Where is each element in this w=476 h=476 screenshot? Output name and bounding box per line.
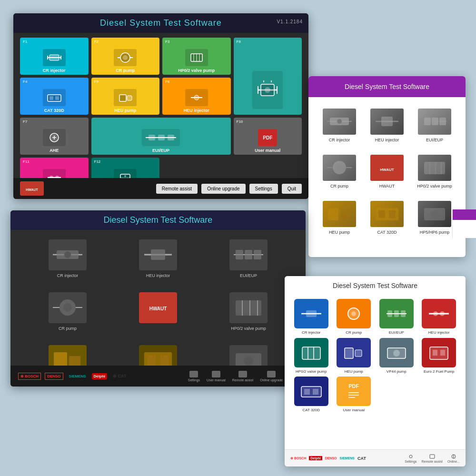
panel1-cell-cat320d[interactable]: F4 CAT 320D xyxy=(20,78,89,115)
p2-cell-eui-eup[interactable]: EUI/EUP xyxy=(413,105,456,146)
svg-rect-48 xyxy=(432,118,438,125)
p2-cat320d-img xyxy=(370,201,404,227)
panel1-footer: HWAUT Remote assist Online upgrade Setti… xyxy=(13,178,308,199)
p3-cell-eui-eup[interactable]: EUI/EUP xyxy=(206,235,291,283)
p3-cell-cr-injector[interactable]: CR injector xyxy=(25,235,110,283)
p4-remote-assist-btn[interactable]: Remote assist xyxy=(422,454,443,463)
fkey-f3: F3 xyxy=(165,40,169,44)
p4-label-euro2-fuel-pump: Euro 2 Fuel Pump xyxy=(424,369,454,374)
settings-button[interactable]: Settings xyxy=(249,184,278,194)
panel1-cell-eui-eup[interactable]: EUI/EUP xyxy=(91,118,231,155)
heu-pump-icon xyxy=(114,89,137,106)
p4-cell-hp02-pump[interactable]: HP0/2 valve pump xyxy=(291,338,331,374)
p3-cell-hwaut[interactable]: HWAUT xyxy=(115,288,201,336)
svg-rect-23 xyxy=(127,96,132,100)
fkey-f4: F4 xyxy=(23,79,27,84)
remote-assist-button[interactable]: Remote assist xyxy=(156,184,198,194)
brand-cat: ⊕ CAT xyxy=(111,373,128,379)
svg-rect-32 xyxy=(168,135,174,140)
svg-rect-55 xyxy=(424,162,445,174)
panel4-brand-logos: ⊕ BOSCH Delphi DENSO SIEMENS CAT xyxy=(290,456,366,461)
p3-online-upgrade-label: Online upgrade xyxy=(260,378,283,382)
svg-rect-74 xyxy=(254,250,261,259)
panel1-cell-hp02-pump[interactable]: F3 HP0/2 valve pump xyxy=(162,38,231,75)
svg-rect-1 xyxy=(50,55,59,60)
p3-settings-btn[interactable]: Settings xyxy=(188,371,200,382)
panel3-grid: CR injector HEU injector EUI/EUP CR pump xyxy=(10,230,306,387)
p3-cell-hp02-pump[interactable]: HP0/2 valve pump xyxy=(206,288,291,336)
brand-denso: DENSO xyxy=(45,373,63,380)
online-upgrade-button[interactable]: Online upgrade xyxy=(201,184,245,194)
svg-rect-105 xyxy=(345,348,353,358)
p4-label-user-manual: User manual xyxy=(343,408,365,413)
p4-cell-user-manual[interactable]: PDF User manual xyxy=(334,377,374,413)
panel1-classic-ui: Diesel System Test Software V1.1.2184 F1… xyxy=(13,13,308,199)
p4-online-btn[interactable]: Online... xyxy=(447,454,460,463)
svg-point-118 xyxy=(409,455,412,458)
panel1-cell-f8[interactable]: F8 xyxy=(234,38,302,115)
p2-cell-hp5hp6-pump[interactable]: HP5/HP6 pump xyxy=(413,197,456,238)
panel1-hwaut-logo: HWAUT xyxy=(20,181,44,196)
p2-cell-cat320d[interactable]: CAT 320D xyxy=(366,197,408,238)
p4-cell-eui-eup[interactable]: EUI/EUP xyxy=(377,299,416,335)
p2-cell-cr-pump[interactable]: CR pump xyxy=(318,151,361,192)
p3-label-heu-injector: HEU injector xyxy=(146,273,170,278)
p3-online-upgrade-icon xyxy=(267,371,276,377)
p3-online-upgrade-btn[interactable]: Online upgrade xyxy=(260,371,283,382)
p2-cell-heu-injector[interactable]: HEU injector xyxy=(366,105,408,146)
panel1-cell-ahe[interactable]: F7 AHE xyxy=(20,118,89,155)
p3-cell-cr-pump[interactable]: CR pump xyxy=(25,288,110,336)
panel3-brand-logos: ⊕ BOSCH DENSO SIEMENS Delphi ⊕ CAT xyxy=(18,373,128,380)
p4-hp02-pump-box xyxy=(294,338,328,367)
p4-cell-heu-pump[interactable]: HEU pump xyxy=(334,338,374,374)
panel1-cell-cr-injector[interactable]: F1 CR injector xyxy=(20,38,89,75)
p3-user-manual-label: User manual xyxy=(207,378,226,382)
p4-cell-cr-injector[interactable]: CR injector xyxy=(291,299,331,335)
panel5-partial xyxy=(452,209,476,238)
p2-eui-eup-img xyxy=(418,109,451,135)
p4-cell-cr-pump[interactable]: CR pump xyxy=(334,299,374,335)
p4-label-heu-pump: HEU pump xyxy=(345,369,363,374)
panel1-cell-cr-pump[interactable]: F2 CR pump xyxy=(91,38,160,75)
p4-cell-heu-injector[interactable]: HEU injector xyxy=(419,299,459,335)
p4-cell-vp44-pump[interactable]: VP44 pump xyxy=(377,338,416,374)
p2-cell-hp02-pump[interactable]: HP0/2 valve pump xyxy=(413,151,456,192)
fkey-f7: F7 xyxy=(23,119,27,124)
panel1-cell-heu-pump[interactable]: F5 HEU pump xyxy=(91,78,160,115)
p3-user-manual-btn[interactable]: User manual xyxy=(207,371,226,382)
p3-settings-icon xyxy=(189,371,198,377)
p4-brand-siemens: SIEMENS xyxy=(340,456,355,460)
panel1-cell-user-manual[interactable]: F10 PDF User manual xyxy=(234,118,302,155)
p4-label-vp44-pump: VP44 pump xyxy=(387,369,407,374)
p4-cell-euro2-fuel-pump[interactable]: Euro 2 Fuel Pump xyxy=(419,338,459,374)
svg-rect-49 xyxy=(439,118,446,125)
p2-cr-pump-img xyxy=(323,155,356,181)
panel1-label-hp02-pump: HP0/2 valve pump xyxy=(178,68,215,73)
p4-eui-eup-box xyxy=(379,299,414,328)
quit-button[interactable]: Quit xyxy=(282,184,302,194)
panel1-version: V1.1.2184 xyxy=(277,19,303,24)
hp02-pump-icon xyxy=(185,49,208,66)
panel4-header: Diesel System Test Software xyxy=(285,276,466,295)
brand-delphi: Delphi xyxy=(92,373,107,379)
panel1-cell-heu-injector[interactable]: F6 HEU injector xyxy=(162,78,231,115)
p3-remote-assist-btn[interactable]: Remote assist xyxy=(232,371,253,382)
p4-cell-cat320d[interactable]: CAT 320D xyxy=(291,377,331,413)
cat320d-icon xyxy=(43,89,66,106)
panel1-label-eui-eup: EUI/EUP xyxy=(152,148,169,153)
svg-rect-85 xyxy=(69,356,80,367)
p4-label-hp02-pump: HP0/2 valve pump xyxy=(296,369,327,374)
fkey-f1: F1 xyxy=(23,40,27,44)
p2-cell-cr-injector[interactable]: CR injector xyxy=(318,105,361,146)
panel5-header-strip xyxy=(453,209,476,220)
p2-cell-heu-pump[interactable]: HEU pump xyxy=(318,197,361,238)
panel3-footer-buttons: Settings User manual Remote assist Onlin… xyxy=(188,371,298,382)
p4-settings-btn[interactable]: Settings xyxy=(405,454,416,463)
svg-rect-59 xyxy=(328,208,338,220)
fkey-f8: F8 xyxy=(237,40,241,44)
p3-cell-heu-injector[interactable]: HEU injector xyxy=(115,235,201,283)
svg-rect-22 xyxy=(119,95,126,101)
svg-rect-21 xyxy=(55,96,59,100)
p2-cell-hwaut[interactable]: HWAUT HWAUT xyxy=(366,151,408,192)
panel1-action-buttons: Remote assist Online upgrade Settings Qu… xyxy=(156,184,302,194)
